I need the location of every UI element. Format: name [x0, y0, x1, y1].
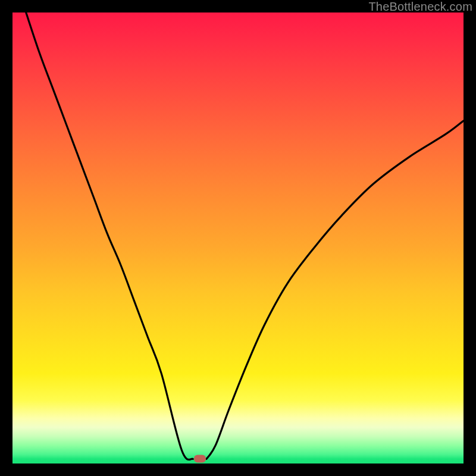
watermark-text: TheBottleneck.com — [368, 0, 472, 14]
plot-area — [12, 12, 464, 464]
curve-svg — [12, 12, 464, 464]
chart-frame: TheBottleneck.com — [0, 0, 476, 476]
bottleneck-curve-right — [206, 121, 464, 459]
optimum-marker — [194, 455, 206, 463]
bottleneck-curve-left — [26, 12, 193, 460]
